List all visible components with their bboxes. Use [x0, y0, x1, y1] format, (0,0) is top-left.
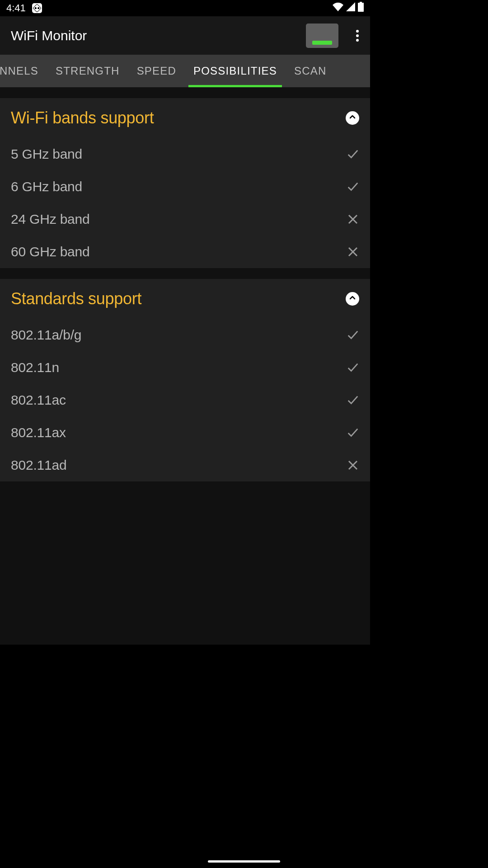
tab-strength[interactable]: STRENGTH [47, 55, 128, 87]
status-time: 4:41 [6, 2, 26, 14]
collapse-button[interactable] [346, 292, 359, 306]
section-header-bands[interactable]: Wi-Fi bands support [0, 98, 370, 138]
svg-point-0 [356, 30, 359, 33]
band-label: 6 GHz band [11, 179, 347, 194]
standard-row: 802.11a/b/g [0, 319, 370, 351]
status-right [333, 2, 364, 14]
app-bar: WiFi Monitor [0, 16, 370, 55]
standard-row: 802.11n [0, 351, 370, 384]
band-label: 5 GHz band [11, 146, 347, 162]
content-scroll[interactable]: Wi-Fi bands support 5 GHz band 6 GHz ban… [0, 87, 370, 645]
status-left: 4:41 [6, 2, 42, 14]
chevron-up-icon [349, 295, 356, 303]
section-standards: Standards support 802.11a/b/g 802.11n 80… [0, 279, 370, 481]
standard-label: 802.11ax [11, 425, 347, 440]
standard-label: 802.11n [11, 360, 347, 375]
close-icon [347, 213, 359, 226]
cellular-icon [346, 2, 355, 14]
tab-speed[interactable]: SPEED [128, 55, 185, 87]
wifi-icon [333, 2, 343, 14]
standard-label: 802.11ad [11, 458, 347, 473]
section-bands: Wi-Fi bands support 5 GHz band 6 GHz ban… [0, 98, 370, 268]
tab-scan[interactable]: SCAN [286, 55, 335, 87]
band-row: 60 GHz band [0, 236, 370, 268]
notification-icon [32, 3, 42, 13]
check-icon [347, 180, 359, 193]
standard-label: 802.11ac [11, 392, 347, 408]
section-header-standards[interactable]: Standards support [0, 279, 370, 319]
standard-row: 802.11ac [0, 384, 370, 416]
tab-possibilities[interactable]: POSSIBILITIES [185, 55, 286, 87]
svg-point-1 [356, 34, 359, 37]
chevron-up-icon [349, 114, 356, 122]
svg-point-2 [356, 39, 359, 42]
check-icon [347, 426, 359, 439]
tab-bar: NNELS STRENGTH SPEED POSSIBILITIES SCAN [0, 55, 370, 87]
close-icon [347, 459, 359, 472]
band-row: 24 GHz band [0, 203, 370, 236]
battery-icon [358, 2, 364, 14]
app-title: WiFi Monitor [11, 28, 306, 43]
section-title-standards: Standards support [11, 289, 346, 308]
standard-label: 802.11a/b/g [11, 327, 347, 343]
band-row: 5 GHz band [0, 138, 370, 170]
section-title-bands: Wi-Fi bands support [11, 108, 346, 127]
standard-row: 802.11ax [0, 416, 370, 449]
check-icon [347, 148, 359, 160]
signal-indicator-button[interactable] [306, 24, 338, 48]
band-label: 60 GHz band [11, 244, 347, 259]
collapse-button[interactable] [346, 111, 359, 125]
check-icon [347, 394, 359, 406]
standard-row: 802.11ad [0, 449, 370, 481]
check-icon [347, 361, 359, 374]
close-icon [347, 245, 359, 258]
band-label: 24 GHz band [11, 212, 347, 227]
tab-channels[interactable]: NNELS [0, 55, 47, 87]
status-bar: 4:41 [0, 0, 370, 16]
overflow-menu-button[interactable] [349, 28, 366, 44]
band-row: 6 GHz band [0, 170, 370, 203]
check-icon [347, 329, 359, 341]
